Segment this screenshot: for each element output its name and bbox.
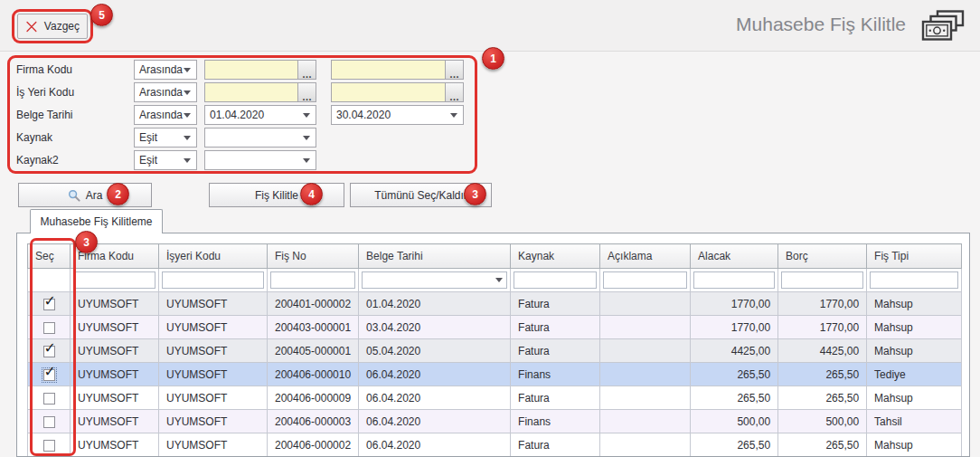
operator-select[interactable]: Eşit [134,128,197,148]
lock-voucher-button[interactable]: Fiş Kilitle [209,183,344,207]
table-row[interactable]: ✓UYUMSOFTUYUMSOFT200401-00000201.04.2020… [28,292,962,316]
column-filter-input-aciklama[interactable] [603,271,687,289]
ellipsis-button[interactable]: … [445,61,463,79]
cell-fis-tipi: Mahsup [867,316,962,339]
cell-firma-kodu: UYUMSOFT [71,386,159,410]
table-row[interactable]: ✓UYUMSOFTUYUMSOFT200405-00000105.04.2020… [28,339,962,363]
cell-firma-kodu: UYUMSOFT [71,292,159,316]
column-header-fis-no[interactable]: Fiş No [268,244,359,269]
tab-label: Muhasebe Fiş Kilitleme [40,215,152,228]
column-header-alacak[interactable]: Alacak [691,244,778,269]
row-checkbox[interactable] [43,322,55,334]
filter-cell-aciklama [600,269,691,292]
row-checkbox[interactable] [43,440,55,452]
column-header-aciklama[interactable]: Açıklama [600,244,691,269]
operator-select[interactable]: Arasında [134,60,197,80]
lookup-field-from[interactable]: … [204,60,316,80]
toolbar: Vazgeç Muhasebe Fiş Kilitle [0,0,980,52]
cell-fis-no: 200401-000002 [268,292,359,316]
chevron-down-icon [303,136,310,140]
cell-sec [28,433,71,457]
column-header-isyeri-kodu[interactable]: İşyeri Kodu [159,244,268,269]
cell-fis-no: 200405-000001 [268,339,359,363]
column-filter-input-kaynak[interactable] [514,271,597,289]
checkbox-checked-icon: ✓ [44,292,56,309]
filter-cell-isyeri-kodu [159,269,268,292]
cell-belge-tarihi: 03.04.2020 [359,316,511,339]
column-filter-input-fis-tipi[interactable] [870,271,958,289]
date-select-from[interactable]: 01.04.2020 [204,105,316,125]
chevron-down-icon [184,158,191,163]
combo-field[interactable] [204,150,316,170]
cell-alacak: 265,50 [691,386,778,410]
cell-fis-no: 200406-000009 [268,386,359,410]
cell-fis-tipi: Mahsup [867,339,962,363]
cell-isyeri-kodu: UYUMSOFT [159,386,268,410]
cell-kaynak: Finans [511,363,600,386]
operator-value: Eşit [135,131,184,144]
operator-value: Eşit [135,154,184,167]
table-row[interactable]: ✓UYUMSOFTUYUMSOFT200406-00001006.04.2020… [28,363,962,386]
ellipsis-button[interactable]: … [297,83,316,101]
combo-field[interactable] [204,128,316,148]
column-header-fis-tipi[interactable]: Fiş Tipi [867,244,962,269]
row-checkbox[interactable]: ✓ [43,369,55,381]
table-row[interactable]: UYUMSOFTUYUMSOFT200406-00000906.04.2020F… [28,386,962,410]
cell-aciklama [600,433,691,457]
date-select-to[interactable]: 30.04.2020 [331,105,464,125]
cell-fis-no: 200406-000002 [268,433,359,457]
table-row[interactable]: UYUMSOFTUYUMSOFT200406-00000306.04.2020F… [28,410,962,433]
cell-alacak: 265,50 [691,363,778,386]
cell-sec: ✓ [28,363,71,386]
column-filter-input-belge-tarihi[interactable] [362,271,507,289]
column-filter-input-firma-kodu[interactable] [73,271,155,289]
row-checkbox[interactable] [43,393,55,405]
column-filter-input-alacak[interactable] [693,271,775,289]
annotation-badge-3-select-all: 3 [464,183,486,205]
column-header-sec[interactable]: Seç [28,244,71,269]
cell-sec [28,410,71,433]
cell-fis-no: 200403-000001 [268,316,359,339]
filter-cell-firma-kodu [71,269,159,292]
cell-alacak: 4425,00 [691,339,778,363]
cell-borc: 500,00 [778,410,867,433]
cell-belge-tarihi: 06.04.2020 [359,386,511,410]
table-row[interactable]: UYUMSOFTUYUMSOFT200406-00000206.04.2020F… [28,433,962,457]
search-button[interactable]: Ara [18,183,152,207]
chevron-down-icon [184,113,191,118]
cell-belge-tarihi: 06.04.2020 [359,410,511,433]
annotation-badge-4: 4 [300,183,323,205]
filter-label: İş Yeri Kodu [16,86,74,99]
filter-label: Firma Kodu [16,63,72,76]
column-filter-input-isyeri-kodu[interactable] [162,271,264,289]
tab-muhasebe-fis-kilitleme[interactable]: Muhasebe Fiş Kilitleme [30,209,163,233]
cell-fis-no: 200406-000003 [268,410,359,433]
ellipsis-button[interactable]: … [445,83,463,101]
cell-alacak: 1770,00 [691,316,778,339]
operator-select[interactable]: Eşit [134,150,197,170]
ellipsis-button[interactable]: … [297,61,316,79]
cell-kaynak: Fatura [511,433,600,457]
cell-firma-kodu: UYUMSOFT [71,339,159,363]
table-row[interactable]: UYUMSOFTUYUMSOFT200403-00000103.04.2020F… [28,316,962,339]
cancel-button[interactable]: Vazgeç [17,14,88,39]
row-checkbox[interactable]: ✓ [43,299,55,310]
cancel-button-label: Vazgeç [44,20,80,33]
column-header-belge-tarihi[interactable]: Belge Tarihi [359,244,511,269]
lookup-field-from[interactable]: … [204,82,316,102]
lookup-field-to[interactable]: … [331,60,464,80]
row-checkbox[interactable]: ✓ [43,346,55,357]
row-checkbox[interactable] [43,416,55,428]
filter-cell-sec [28,269,71,292]
lookup-field-to[interactable]: … [331,82,464,102]
filter-label: Kaynak [16,131,52,144]
column-header-borc[interactable]: Borç [778,244,867,269]
column-filter-input-fis-no[interactable] [270,271,355,289]
voucher-table: SeçFirma Koduİşyeri KoduFiş NoBelge Tari… [27,243,962,457]
operator-select[interactable]: Arasında [134,82,197,102]
column-filter-input-borc[interactable] [781,271,863,289]
lock-voucher-button-label: Fiş Kilitle [255,189,298,202]
operator-select[interactable]: Arasında [134,105,197,125]
cell-borc: 265,50 [778,433,867,457]
column-header-kaynak[interactable]: Kaynak [511,244,600,269]
